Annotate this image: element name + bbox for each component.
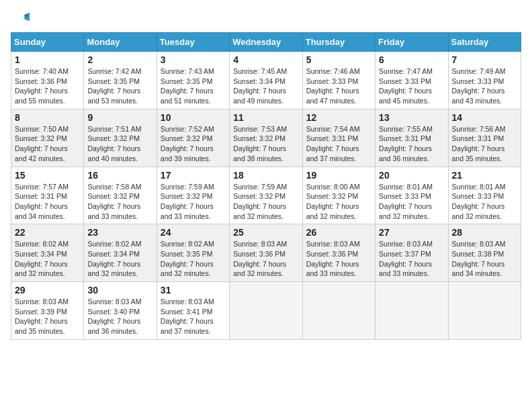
calendar-cell: 10Sunrise: 7:52 AM Sunset: 3:32 PM Dayli…: [157, 109, 229, 167]
calendar-week-row: 15Sunrise: 7:57 AM Sunset: 3:31 PM Dayli…: [11, 167, 521, 224]
day-info: Sunrise: 7:43 AM Sunset: 3:35 PM Dayligh…: [161, 66, 226, 106]
day-number: 16: [87, 170, 152, 181]
calendar-cell: 11Sunrise: 7:53 AM Sunset: 3:32 PM Dayli…: [230, 109, 302, 167]
calendar-cell: 23Sunrise: 8:02 AM Sunset: 3:34 PM Dayli…: [84, 224, 157, 282]
day-info: Sunrise: 8:03 AM Sunset: 3:41 PM Dayligh…: [161, 297, 226, 336]
calendar-cell: 26Sunrise: 8:03 AM Sunset: 3:36 PM Dayli…: [302, 224, 375, 282]
calendar-cell: [230, 282, 302, 340]
day-number: 31: [161, 285, 226, 295]
calendar-cell: 15Sunrise: 7:57 AM Sunset: 3:31 PM Dayli…: [11, 167, 84, 224]
day-info: Sunrise: 7:46 AM Sunset: 3:33 PM Dayligh…: [306, 66, 371, 106]
calendar-week-row: 1Sunrise: 7:40 AM Sunset: 3:36 PM Daylig…: [11, 52, 521, 109]
day-info: Sunrise: 7:53 AM Sunset: 3:32 PM Dayligh…: [233, 124, 298, 164]
calendar-cell: 25Sunrise: 8:03 AM Sunset: 3:36 PM Dayli…: [230, 224, 302, 282]
day-info: Sunrise: 8:03 AM Sunset: 3:36 PM Dayligh…: [233, 239, 298, 279]
calendar-cell: 24Sunrise: 8:02 AM Sunset: 3:35 PM Dayli…: [157, 224, 229, 282]
calendar-cell: 19Sunrise: 8:00 AM Sunset: 3:32 PM Dayli…: [302, 167, 375, 224]
day-number: 24: [161, 227, 226, 238]
calendar-cell: 29Sunrise: 8:03 AM Sunset: 3:39 PM Dayli…: [11, 282, 84, 340]
day-info: Sunrise: 8:01 AM Sunset: 3:33 PM Dayligh…: [452, 182, 517, 222]
day-number: 25: [233, 227, 298, 238]
calendar-header-row: SundayMondayTuesdayWednesdayThursdayFrid…: [11, 33, 521, 52]
day-number: 29: [15, 285, 80, 295]
day-number: 10: [161, 112, 226, 123]
calendar-cell: 5Sunrise: 7:46 AM Sunset: 3:33 PM Daylig…: [302, 52, 375, 109]
logo-icon: [11, 11, 30, 30]
calendar-cell: 3Sunrise: 7:43 AM Sunset: 3:35 PM Daylig…: [157, 52, 229, 109]
day-info: Sunrise: 7:49 AM Sunset: 3:33 PM Dayligh…: [452, 66, 517, 106]
calendar-cell: 18Sunrise: 7:59 AM Sunset: 3:32 PM Dayli…: [230, 167, 302, 224]
column-header-saturday: Saturday: [448, 33, 521, 52]
day-info: Sunrise: 7:56 AM Sunset: 3:31 PM Dayligh…: [452, 124, 517, 164]
day-number: 22: [15, 227, 80, 238]
day-number: 11: [233, 112, 298, 123]
day-info: Sunrise: 7:55 AM Sunset: 3:31 PM Dayligh…: [379, 124, 444, 164]
day-number: 4: [233, 54, 298, 65]
calendar-week-row: 8Sunrise: 7:50 AM Sunset: 3:32 PM Daylig…: [11, 109, 521, 167]
day-info: Sunrise: 8:00 AM Sunset: 3:32 PM Dayligh…: [306, 182, 371, 222]
day-info: Sunrise: 8:03 AM Sunset: 3:37 PM Dayligh…: [379, 239, 444, 279]
column-header-monday: Monday: [84, 33, 157, 52]
day-info: Sunrise: 8:03 AM Sunset: 3:40 PM Dayligh…: [87, 297, 152, 336]
day-number: 23: [87, 227, 152, 238]
calendar-cell: 22Sunrise: 8:02 AM Sunset: 3:34 PM Dayli…: [11, 224, 84, 282]
calendar-cell: 28Sunrise: 8:03 AM Sunset: 3:38 PM Dayli…: [448, 224, 521, 282]
day-number: 5: [306, 54, 371, 65]
day-info: Sunrise: 7:59 AM Sunset: 3:32 PM Dayligh…: [233, 182, 298, 222]
calendar-cell: 7Sunrise: 7:49 AM Sunset: 3:33 PM Daylig…: [448, 52, 521, 109]
day-info: Sunrise: 8:02 AM Sunset: 3:34 PM Dayligh…: [15, 239, 80, 279]
calendar-cell: 9Sunrise: 7:51 AM Sunset: 3:32 PM Daylig…: [84, 109, 157, 167]
svg-rect-0: [11, 11, 30, 30]
day-number: 14: [452, 112, 517, 123]
day-number: 15: [15, 170, 80, 181]
calendar-cell: 17Sunrise: 7:59 AM Sunset: 3:32 PM Dayli…: [157, 167, 229, 224]
day-number: 30: [87, 285, 152, 295]
day-number: 3: [161, 54, 226, 65]
day-info: Sunrise: 7:51 AM Sunset: 3:32 PM Dayligh…: [87, 124, 152, 164]
calendar-cell: 13Sunrise: 7:55 AM Sunset: 3:31 PM Dayli…: [375, 109, 448, 167]
calendar-cell: [448, 282, 521, 340]
calendar-cell: 1Sunrise: 7:40 AM Sunset: 3:36 PM Daylig…: [11, 52, 84, 109]
calendar-week-row: 22Sunrise: 8:02 AM Sunset: 3:34 PM Dayli…: [11, 224, 521, 282]
day-info: Sunrise: 7:59 AM Sunset: 3:32 PM Dayligh…: [161, 182, 226, 222]
day-number: 19: [306, 170, 371, 181]
day-number: 26: [306, 227, 371, 238]
day-number: 21: [452, 170, 517, 181]
day-number: 8: [15, 112, 80, 123]
calendar: SundayMondayTuesdayWednesdayThursdayFrid…: [11, 32, 521, 340]
day-number: 18: [233, 170, 298, 181]
calendar-cell: 14Sunrise: 7:56 AM Sunset: 3:31 PM Dayli…: [448, 109, 521, 167]
day-number: 6: [379, 54, 444, 65]
day-number: 20: [379, 170, 444, 181]
calendar-cell: 2Sunrise: 7:42 AM Sunset: 3:35 PM Daylig…: [84, 52, 157, 109]
day-info: Sunrise: 7:50 AM Sunset: 3:32 PM Dayligh…: [15, 124, 80, 164]
column-header-tuesday: Tuesday: [157, 33, 229, 52]
calendar-cell: 12Sunrise: 7:54 AM Sunset: 3:31 PM Dayli…: [302, 109, 375, 167]
day-number: 13: [379, 112, 444, 123]
day-info: Sunrise: 7:47 AM Sunset: 3:33 PM Dayligh…: [379, 66, 444, 106]
calendar-cell: [375, 282, 448, 340]
day-number: 9: [87, 112, 152, 123]
day-number: 28: [452, 227, 517, 238]
day-number: 2: [87, 54, 152, 65]
day-info: Sunrise: 7:54 AM Sunset: 3:31 PM Dayligh…: [306, 124, 371, 164]
day-info: Sunrise: 7:42 AM Sunset: 3:35 PM Dayligh…: [87, 66, 152, 106]
calendar-cell: 6Sunrise: 7:47 AM Sunset: 3:33 PM Daylig…: [375, 52, 448, 109]
day-info: Sunrise: 7:57 AM Sunset: 3:31 PM Dayligh…: [15, 182, 80, 222]
calendar-cell: 27Sunrise: 8:03 AM Sunset: 3:37 PM Dayli…: [375, 224, 448, 282]
header: [11, 11, 521, 30]
calendar-cell: 30Sunrise: 8:03 AM Sunset: 3:40 PM Dayli…: [84, 282, 157, 340]
day-info: Sunrise: 8:03 AM Sunset: 3:38 PM Dayligh…: [452, 239, 517, 279]
day-info: Sunrise: 8:02 AM Sunset: 3:34 PM Dayligh…: [87, 239, 152, 279]
calendar-week-row: 29Sunrise: 8:03 AM Sunset: 3:39 PM Dayli…: [11, 282, 521, 340]
day-info: Sunrise: 8:03 AM Sunset: 3:36 PM Dayligh…: [306, 239, 371, 279]
day-info: Sunrise: 7:52 AM Sunset: 3:32 PM Dayligh…: [161, 124, 226, 164]
column-header-wednesday: Wednesday: [230, 33, 302, 52]
calendar-cell: 21Sunrise: 8:01 AM Sunset: 3:33 PM Dayli…: [448, 167, 521, 224]
logo: [11, 11, 32, 30]
day-info: Sunrise: 8:01 AM Sunset: 3:33 PM Dayligh…: [379, 182, 444, 222]
day-info: Sunrise: 7:40 AM Sunset: 3:36 PM Dayligh…: [15, 66, 80, 106]
day-info: Sunrise: 7:45 AM Sunset: 3:34 PM Dayligh…: [233, 66, 298, 106]
column-header-sunday: Sunday: [11, 33, 84, 52]
day-number: 17: [161, 170, 226, 181]
